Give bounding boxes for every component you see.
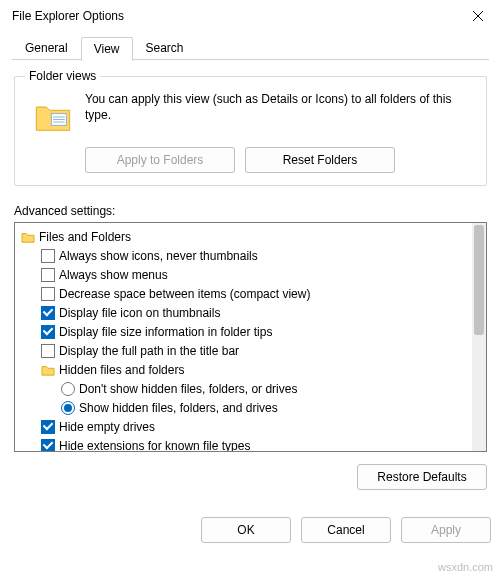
tree-item-label: Hide extensions for known file types (59, 439, 250, 452)
watermark: wsxdn.com (438, 561, 493, 573)
folder-views-description: You can apply this view (such as Details… (85, 91, 474, 123)
tree-item-label: Display the full path in the title bar (59, 344, 239, 358)
cancel-button[interactable]: Cancel (301, 517, 391, 543)
tree-subgroup-hidden-files: Hidden files and folders (19, 360, 470, 379)
tree-item-label: Display file size information in folder … (59, 325, 272, 339)
restore-defaults-button[interactable]: Restore Defaults (357, 464, 487, 490)
ok-button[interactable]: OK (201, 517, 291, 543)
tree-item[interactable]: Display the full path in the title bar (19, 341, 470, 360)
tree-subgroup-label: Hidden files and folders (59, 363, 184, 377)
reset-folders-button[interactable]: Reset Folders (245, 147, 395, 173)
folder-views-legend: Folder views (25, 69, 100, 83)
advanced-settings-tree: Files and Folders Always show icons, nev… (14, 222, 487, 452)
scrollbar-thumb[interactable] (474, 225, 484, 335)
tree-item[interactable]: Always show menus (19, 265, 470, 284)
checkbox-icon (41, 306, 55, 320)
checkbox-icon (41, 268, 55, 282)
tree-item[interactable]: Always show icons, never thumbnails (19, 246, 470, 265)
tree-group-label: Files and Folders (39, 230, 131, 244)
radio-icon (61, 382, 75, 396)
radio-icon (61, 401, 75, 415)
folder-icon (33, 97, 73, 137)
apply-button[interactable]: Apply (401, 517, 491, 543)
tree-item-label: Hide empty drives (59, 420, 155, 434)
tree-item[interactable]: Display file size information in folder … (19, 322, 470, 341)
tree-item-label: Don't show hidden files, folders, or dri… (79, 382, 297, 396)
advanced-settings-label: Advanced settings: (14, 204, 487, 218)
close-button[interactable] (455, 0, 501, 32)
folder-small-icon (21, 231, 35, 243)
checkbox-icon (41, 344, 55, 358)
tree-group-files-folders: Files and Folders (19, 227, 470, 246)
tree-radio-item[interactable]: Show hidden files, folders, and drives (19, 398, 470, 417)
tree-item-label: Always show menus (59, 268, 168, 282)
tree-item[interactable]: Hide extensions for known file types (19, 436, 470, 451)
checkbox-icon (41, 439, 55, 452)
tree-radio-item[interactable]: Don't show hidden files, folders, or dri… (19, 379, 470, 398)
tree-item[interactable]: Display file icon on thumbnails (19, 303, 470, 322)
window-title: File Explorer Options (12, 9, 124, 23)
scrollbar[interactable] (472, 223, 486, 451)
close-icon (473, 11, 483, 21)
checkbox-icon (41, 287, 55, 301)
tree-item-label: Show hidden files, folders, and drives (79, 401, 278, 415)
tab-search[interactable]: Search (133, 36, 197, 60)
tree-item-label: Always show icons, never thumbnails (59, 249, 258, 263)
tree-item[interactable]: Hide empty drives (19, 417, 470, 436)
checkbox-icon (41, 325, 55, 339)
folder-small-icon (41, 364, 55, 376)
apply-to-folders-button[interactable]: Apply to Folders (85, 147, 235, 173)
checkbox-icon (41, 249, 55, 263)
tab-general[interactable]: General (12, 36, 81, 60)
folder-views-group: Folder views You can apply this view (su… (14, 76, 487, 186)
tree-item[interactable]: Decrease space between items (compact vi… (19, 284, 470, 303)
tab-view[interactable]: View (81, 37, 133, 61)
tab-bar: General View Search (12, 36, 489, 60)
checkbox-icon (41, 420, 55, 434)
tree-item-label: Decrease space between items (compact vi… (59, 287, 310, 301)
tree-item-label: Display file icon on thumbnails (59, 306, 220, 320)
